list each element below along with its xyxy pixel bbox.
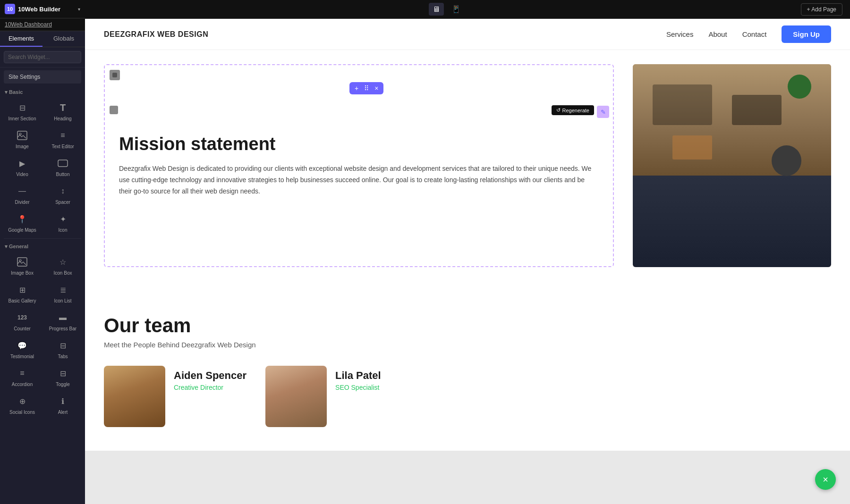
element-basic-gallery[interactable]: ⊞ Basic Gallery xyxy=(2,279,42,307)
element-heading[interactable]: T Heading xyxy=(42,97,83,125)
element-label-spacer: Spacer xyxy=(55,200,70,205)
section-toolbar: + ⠿ × xyxy=(349,82,383,94)
element-icon-box[interactable]: ☆ Icon Box xyxy=(42,252,83,279)
basic-elements-grid: ⊟ Inner Section T Heading Image ≡ Text E… xyxy=(0,97,85,236)
tab-elements[interactable]: Elements xyxy=(0,31,42,47)
element-video[interactable]: ▶ Video xyxy=(2,153,42,181)
section-close-button[interactable]: × xyxy=(372,84,381,93)
team-info-0: Aiden Spencer Creative Director xyxy=(174,366,246,391)
element-alert[interactable]: ℹ Alert xyxy=(42,391,83,419)
section-divider xyxy=(4,238,81,239)
element-accordion[interactable]: ≡ Accordion xyxy=(2,363,42,391)
element-label-text-editor: Text Editor xyxy=(51,144,74,149)
svg-point-4 xyxy=(19,260,21,261)
element-label-social-icons: Social Icons xyxy=(9,410,35,415)
team-photo-1 xyxy=(265,366,327,427)
nav-about[interactable]: About xyxy=(708,30,727,38)
tab-globals[interactable]: Globals xyxy=(42,31,85,47)
element-label-image: Image xyxy=(16,144,29,149)
basic-gallery-icon: ⊞ xyxy=(16,283,29,296)
search-input[interactable] xyxy=(4,51,81,63)
section-drag-handle[interactable] xyxy=(110,70,120,80)
heading-icon: T xyxy=(56,101,69,114)
image-box-icon xyxy=(16,255,29,269)
general-elements-grid: Image Box ☆ Icon Box ⊞ Basic Gallery ≣ I… xyxy=(0,252,85,419)
floating-close-button[interactable]: × xyxy=(815,469,836,490)
app-name: 10Web Builder xyxy=(18,6,75,13)
element-text-editor[interactable]: ≡ Text Editor xyxy=(42,125,83,153)
nav-contact[interactable]: Contact xyxy=(742,30,767,38)
regenerate-button[interactable]: ↺ Regenerate xyxy=(552,105,595,115)
mission-text-block: ✎ ↺ Regenerate Mission statement Deezgra… xyxy=(104,64,614,267)
element-divider[interactable]: — Divider xyxy=(2,181,42,209)
element-icon[interactable]: ✦ Icon xyxy=(42,209,83,236)
section-basic-label: ▾ Basic xyxy=(0,86,85,97)
mission-heading[interactable]: Mission statement xyxy=(119,134,599,155)
element-image[interactable]: Image xyxy=(2,125,42,153)
signup-button[interactable]: Sign Up xyxy=(782,25,831,43)
toggle-icon: ⊟ xyxy=(56,367,69,380)
element-progress-bar[interactable]: ▬ Progress Bar xyxy=(42,307,83,335)
widget-search-container xyxy=(0,47,85,67)
site-nav-links: Services About Contact Sign Up xyxy=(666,25,831,43)
plant-shape xyxy=(788,75,811,99)
site-settings-button[interactable]: Site Settings xyxy=(4,70,81,84)
dashboard-link[interactable]: 10Web Dashboard xyxy=(0,18,85,31)
site-content: ✎ ↺ Regenerate Mission statement Deezgra… xyxy=(85,50,850,451)
section-drag-button[interactable]: ⠿ xyxy=(362,84,371,93)
website-frame: DEEZGRAFIX WEB DESIGN Services About Con… xyxy=(85,19,850,451)
canvas-area: DEEZGRAFIX WEB DESIGN Services About Con… xyxy=(85,19,850,504)
mission-body[interactable]: Deezgrafix Web Design is dedicated to pr… xyxy=(119,163,599,197)
team-info-1: Lila Patel SEO Specialist xyxy=(335,366,381,391)
element-label-heading: Heading xyxy=(54,116,71,121)
element-testimonial[interactable]: 💬 Testimonial xyxy=(2,335,42,363)
element-google-maps[interactable]: 📍 Google Maps xyxy=(2,209,42,236)
image-icon xyxy=(16,129,29,142)
site-logo: DEEZGRAFIX WEB DESIGN xyxy=(104,30,208,39)
element-icon-list[interactable]: ≣ Icon List xyxy=(42,279,83,307)
team-subheading: Meet the People Behind Deezgrafix Web De… xyxy=(104,341,831,349)
element-label-button: Button xyxy=(56,172,70,177)
topbar: 🖥 📱 + Add Page xyxy=(85,0,850,19)
svg-rect-3 xyxy=(17,258,27,266)
element-image-box[interactable]: Image Box xyxy=(2,252,42,279)
sidebar-tab-bar: Elements Globals xyxy=(0,31,85,47)
team-photo-img-1 xyxy=(265,366,327,427)
team-card-1: Lila Patel SEO Specialist xyxy=(265,366,381,427)
element-tabs[interactable]: ⊟ Tabs xyxy=(42,335,83,363)
team-name-0: Aiden Spencer xyxy=(174,370,246,382)
element-label-basic-gallery: Basic Gallery xyxy=(8,298,36,303)
app-icon: 10 xyxy=(5,4,15,14)
edit-icon-button[interactable]: ✎ xyxy=(597,106,609,118)
element-social-icons[interactable]: ⊕ Social Icons xyxy=(2,391,42,419)
team-section: Our team Meet the People Behind Deezgraf… xyxy=(104,295,831,437)
sidebar: 10 10Web Builder ▾ 10Web Dashboard Eleme… xyxy=(0,0,85,504)
social-icons-icon: ⊕ xyxy=(16,395,29,408)
alert-icon: ℹ xyxy=(56,395,69,408)
element-label-image-box: Image Box xyxy=(11,270,34,276)
divider-icon: — xyxy=(16,185,29,198)
site-navbar: DEEZGRAFIX WEB DESIGN Services About Con… xyxy=(85,19,850,50)
app-dropdown-chevron[interactable]: ▾ xyxy=(78,7,80,12)
add-page-button[interactable]: + Add Page xyxy=(801,3,842,16)
element-spacer[interactable]: ↕ Spacer xyxy=(42,181,83,209)
element-counter[interactable]: 123 Counter xyxy=(2,307,42,335)
element-label-progress-bar: Progress Bar xyxy=(49,326,76,331)
testimonial-icon: 💬 xyxy=(16,339,29,352)
team-role-1: SEO Specialist xyxy=(335,384,381,391)
element-inner-section[interactable]: ⊟ Inner Section xyxy=(2,97,42,125)
element-toggle[interactable]: ⊟ Toggle xyxy=(42,363,83,391)
photo-gradient xyxy=(633,64,831,267)
regenerate-icon: ↺ xyxy=(556,107,561,113)
team-cards: Aiden Spencer Creative Director Lila Pat… xyxy=(104,366,831,427)
element-label-icon-box: Icon Box xyxy=(54,270,72,276)
button-icon xyxy=(56,157,69,170)
element-label-inner-section: Inner Section xyxy=(8,116,36,121)
desktop-device-button[interactable]: 🖥 xyxy=(429,3,444,16)
element-button[interactable]: Button xyxy=(42,153,83,181)
nav-services[interactable]: Services xyxy=(666,30,694,38)
section-add-button[interactable]: + xyxy=(352,84,361,93)
heading-drag-handle[interactable] xyxy=(110,106,118,114)
mobile-device-button[interactable]: 📱 xyxy=(448,3,465,16)
regenerate-label: Regenerate xyxy=(562,108,590,113)
